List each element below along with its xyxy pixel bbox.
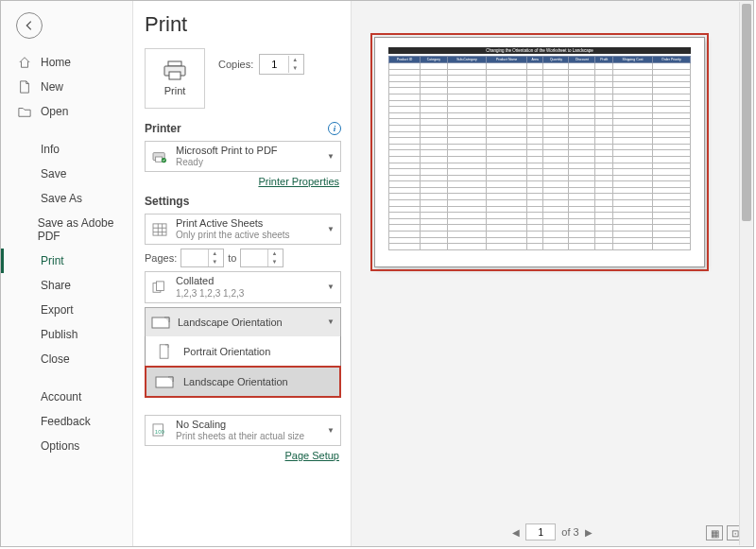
- orientation-menu: Portrait Orientation Landscape Orientati…: [145, 336, 341, 398]
- pages-to-label: to: [228, 252, 236, 264]
- svg-rect-6: [153, 224, 166, 235]
- dd-label: No Scaling: [176, 419, 304, 431]
- nav-label: Save As: [41, 192, 82, 205]
- preview-page: Changing the Orientation of the Workshee…: [374, 37, 705, 267]
- nav-save[interactable]: Save: [1, 162, 132, 186]
- collate-dropdown[interactable]: Collated1,2,3 1,2,3 1,2,3 ▼: [145, 271, 341, 302]
- open-icon: [18, 105, 31, 118]
- pages-label: Pages:: [145, 252, 177, 264]
- dd-sub: 1,2,3 1,2,3 1,2,3: [176, 288, 244, 300]
- nav-print[interactable]: Print: [1, 249, 132, 273]
- nav-label: Print: [41, 254, 64, 267]
- back-button[interactable]: [16, 12, 43, 39]
- vertical-scrollbar[interactable]: [739, 2, 752, 545]
- orientation-dropdown[interactable]: Landscape Orientation ▼ Portrait Orienta…: [145, 307, 341, 337]
- preview-pager: ◀ of 3 ▶: [352, 523, 753, 540]
- nav-new[interactable]: New: [1, 75, 132, 99]
- svg-rect-12: [157, 282, 164, 291]
- chevron-down-icon: ▼: [327, 225, 335, 233]
- nav-label: Open: [41, 105, 68, 118]
- nav-feedback[interactable]: Feedback: [1, 409, 132, 434]
- page-title: Print: [145, 12, 341, 37]
- dd-sub: Print sheets at their actual size: [176, 431, 304, 442]
- print-button-label: Print: [164, 85, 186, 96]
- printer-dropdown[interactable]: Microsoft Print to PDFReady ▼: [145, 141, 341, 172]
- nav-label: Home: [41, 56, 71, 69]
- nav-label: Share: [41, 279, 71, 292]
- svg-rect-0: [168, 61, 181, 66]
- opt-label: Landscape Orientation: [183, 376, 288, 387]
- printer-name: Microsoft Print to PDF: [176, 145, 278, 157]
- scaling-dropdown[interactable]: 100 No ScalingPrint sheets at their actu…: [145, 415, 341, 446]
- back-arrow-icon: [23, 19, 36, 32]
- scaling-icon: 100: [151, 423, 168, 437]
- nav-label: Save: [41, 167, 66, 180]
- sheets-icon: [151, 223, 168, 236]
- dd-sub: Only print the active sheets: [176, 230, 290, 241]
- nav-label: Save as Adobe PDF: [38, 216, 115, 243]
- chevron-down-icon: ▼: [327, 152, 335, 161]
- nav-label: Options: [41, 439, 79, 453]
- preview-doc-title: Changing the Orientation of the Workshee…: [388, 47, 691, 54]
- print-button[interactable]: Print: [145, 48, 205, 109]
- copies-field[interactable]: [260, 59, 288, 70]
- svg-text:100: 100: [155, 429, 165, 436]
- nav-export[interactable]: Export: [1, 298, 132, 322]
- nav-save-pdf[interactable]: Save as Adobe PDF: [1, 211, 132, 249]
- printer-header: Printer i: [145, 122, 341, 135]
- landscape-icon: [151, 315, 170, 330]
- svg-rect-4: [156, 157, 163, 162]
- orientation-portrait-option[interactable]: Portrait Orientation: [146, 336, 340, 367]
- scrollbar-thumb[interactable]: [742, 4, 751, 221]
- print-preview-pane: Changing the Orientation of the Workshee…: [351, 1, 753, 546]
- info-icon[interactable]: i: [328, 122, 341, 135]
- opt-label: Portrait Orientation: [183, 346, 270, 357]
- page-setup-link[interactable]: Page Setup: [146, 450, 339, 461]
- preview-table: Product IDCategorySub-CategoryProduct Na…: [388, 56, 691, 250]
- nav-home[interactable]: Home: [1, 50, 132, 75]
- nav-options[interactable]: Options: [1, 434, 132, 458]
- pager-current[interactable]: [525, 523, 556, 540]
- nav-label: Close: [41, 352, 70, 366]
- show-margins-button[interactable]: ▦: [706, 525, 723, 540]
- nav-open[interactable]: Open: [1, 99, 132, 124]
- orientation-landscape-option[interactable]: Landscape Orientation: [146, 367, 340, 397]
- print-settings-column: Print Print Copies: ▲▼ Printer i: [133, 1, 351, 546]
- printer-status: Ready: [176, 157, 278, 168]
- chevron-down-icon: ▼: [327, 283, 335, 291]
- nav-publish[interactable]: Publish: [1, 322, 132, 347]
- nav-info[interactable]: Info: [1, 137, 132, 162]
- pages-from-input[interactable]: ▲▼: [180, 249, 224, 267]
- nav-label: Publish: [41, 328, 77, 341]
- nav-label: Feedback: [41, 415, 91, 428]
- nav-label: New: [41, 80, 63, 94]
- landscape-icon: [155, 374, 174, 389]
- printer-icon: [163, 60, 187, 81]
- dd-label: Collated: [176, 275, 244, 287]
- collate-icon: [151, 281, 168, 294]
- nav-share[interactable]: Share: [1, 273, 132, 298]
- pages-to-input[interactable]: ▲▼: [240, 249, 284, 267]
- pager-prev[interactable]: ◀: [512, 527, 520, 538]
- nav-account[interactable]: Account: [1, 385, 132, 409]
- copies-spinner[interactable]: ▲▼: [288, 56, 301, 73]
- nav-close[interactable]: Close: [1, 347, 132, 371]
- dd-label: Landscape Orientation: [178, 317, 283, 328]
- new-icon: [18, 80, 31, 94]
- dd-label: Print Active Sheets: [176, 217, 290, 230]
- chevron-down-icon: ▼: [327, 317, 335, 326]
- backstage-sidebar: Home New Open Info Save Save As Save as …: [1, 1, 133, 546]
- nav-save-as[interactable]: Save As: [1, 186, 132, 211]
- printer-properties-link[interactable]: Printer Properties: [146, 176, 339, 187]
- chevron-down-icon: ▼: [327, 426, 335, 435]
- copies-label: Copies:: [218, 59, 253, 70]
- portrait-icon: [155, 344, 174, 359]
- printer-ready-icon: [151, 150, 168, 163]
- pager-next[interactable]: ▶: [585, 527, 593, 538]
- svg-rect-14: [160, 344, 168, 357]
- copies-input[interactable]: ▲▼: [259, 54, 304, 75]
- nav-label: Account: [41, 390, 81, 403]
- print-what-dropdown[interactable]: Print Active SheetsOnly print the active…: [145, 214, 341, 245]
- home-icon: [18, 56, 31, 69]
- settings-header: Settings: [145, 195, 341, 208]
